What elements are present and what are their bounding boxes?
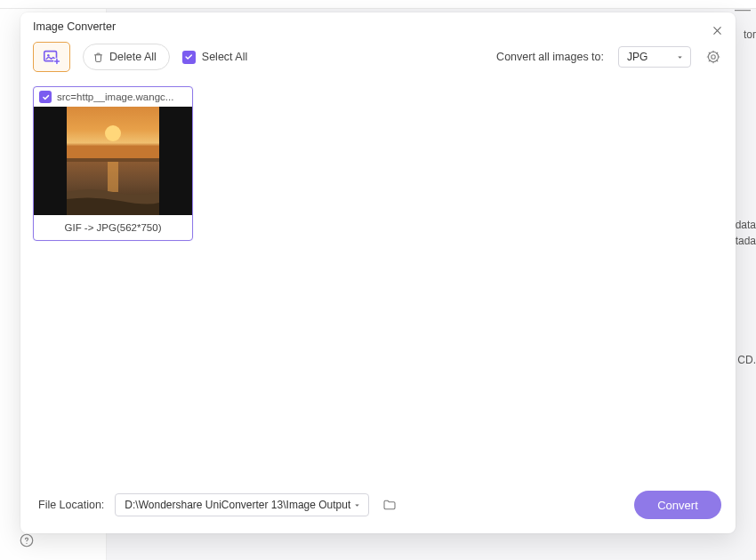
image-item[interactable]: src=http__image.wangc... bbox=[33, 86, 193, 241]
item-checkbox[interactable] bbox=[39, 91, 52, 103]
image-converter-dialog: Image Converter Delete All Select All Co… bbox=[20, 12, 736, 533]
minimize-icon[interactable]: — bbox=[735, 0, 751, 19]
bg-right-text: CD. bbox=[737, 354, 756, 366]
svg-point-3 bbox=[47, 54, 50, 57]
image-conversion-label: GIF -> JPG(562*750) bbox=[34, 215, 192, 240]
format-value: JPG bbox=[627, 51, 647, 63]
image-thumbnail bbox=[34, 107, 192, 215]
add-image-icon bbox=[42, 47, 61, 67]
select-all-checkbox[interactable]: Select All bbox=[182, 51, 247, 64]
close-icon bbox=[712, 25, 723, 36]
add-images-button[interactable] bbox=[33, 42, 70, 72]
checkbox-icon bbox=[182, 51, 196, 64]
bg-right-text: tor bbox=[744, 28, 756, 41]
convert-to-label: Convert all images to: bbox=[496, 51, 604, 63]
file-location-path: D:\Wondershare UniConverter 13\Image Out… bbox=[125, 499, 350, 511]
output-format-select[interactable]: JPG bbox=[618, 46, 691, 68]
chevron-down-icon bbox=[353, 501, 361, 509]
image-gallery: src=http__image.wangc... bbox=[20, 81, 736, 480]
sunset-image bbox=[67, 107, 159, 215]
app-topbar bbox=[0, 0, 756, 9]
help-icon[interactable] bbox=[18, 532, 36, 549]
svg-point-6 bbox=[712, 55, 716, 60]
bg-right-text: data bbox=[736, 219, 756, 231]
image-filename: src=http__image.wangc... bbox=[57, 92, 187, 102]
file-location-select[interactable]: D:\Wondershare UniConverter 13\Image Out… bbox=[115, 493, 369, 516]
folder-icon bbox=[382, 498, 397, 512]
svg-rect-11 bbox=[108, 162, 118, 192]
close-button[interactable] bbox=[707, 20, 727, 40]
image-item-header: src=http__image.wangc... bbox=[34, 87, 192, 107]
dialog-title: Image Converter bbox=[20, 12, 736, 38]
open-folder-button[interactable] bbox=[380, 495, 399, 515]
svg-point-8 bbox=[105, 125, 121, 141]
dialog-footer: File Location: D:\Wondershare UniConvert… bbox=[20, 480, 736, 533]
convert-button[interactable]: Convert bbox=[634, 491, 721, 519]
trash-icon bbox=[92, 52, 104, 63]
convert-button-label: Convert bbox=[657, 499, 698, 512]
delete-all-label: Delete All bbox=[109, 51, 157, 63]
select-all-label: Select All bbox=[202, 51, 247, 63]
gear-icon bbox=[705, 49, 721, 65]
settings-button[interactable] bbox=[704, 47, 723, 67]
delete-all-button[interactable]: Delete All bbox=[83, 44, 170, 70]
toolbar: Delete All Select All Convert all images… bbox=[20, 38, 736, 81]
svg-point-1 bbox=[26, 543, 27, 544]
chevron-down-icon bbox=[676, 53, 684, 61]
file-location-label: File Location: bbox=[38, 499, 104, 511]
